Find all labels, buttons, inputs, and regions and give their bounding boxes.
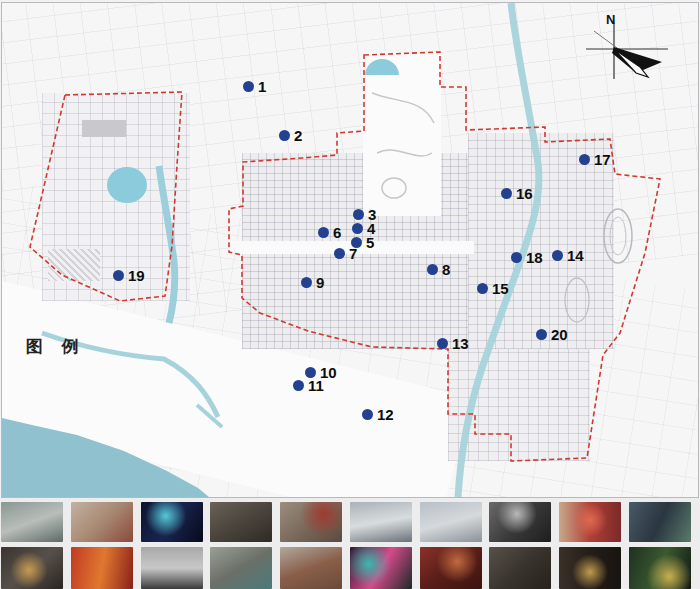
west-district-boundary — [30, 92, 182, 301]
temple-entrance-photo — [71, 502, 133, 542]
red-museum-hall-photo — [420, 547, 482, 589]
temple-roofs-photo — [280, 547, 342, 589]
stadium-infield — [610, 217, 626, 255]
west-canal — [159, 166, 175, 323]
red-shrine-lanterns-photo — [559, 502, 621, 542]
colonial-arcade-photo — [350, 502, 412, 542]
colorful-lantern-puppets-photo — [350, 547, 412, 589]
park-pond — [365, 59, 399, 75]
red-hanging-candles-photo — [71, 547, 133, 589]
glowing-puppet-stage-photo — [141, 502, 203, 542]
park-paths — [372, 93, 434, 198]
historic-facade-photo — [420, 502, 482, 542]
storefront-awning-photo — [1, 502, 63, 542]
golden-basket-artifact-photo — [1, 547, 63, 589]
museum-distribution-map-figure: 1234567891011121314151617181920 图 例 N — [0, 0, 700, 589]
legend-title: 图 例 — [26, 335, 86, 358]
arched-exhibit-glow-photo — [559, 547, 621, 589]
modern-walkway-photo — [629, 502, 691, 542]
meeting-room-photo — [280, 502, 342, 542]
dark-exhibit-machine-photo — [489, 547, 551, 589]
night-garden-lanterns-photo — [629, 547, 691, 589]
map-overlay — [2, 3, 698, 497]
bw-figure-portrait-photo — [489, 502, 551, 542]
thumbnail-row-2 — [1, 547, 691, 589]
courtyard-pool-photo — [210, 547, 272, 589]
compass-n-label: N — [606, 12, 615, 27]
main-district-boundary — [229, 52, 660, 461]
exhibition-hall-photo — [210, 502, 272, 542]
compass-north-arrow — [586, 23, 668, 79]
photo-thumbnail-strip — [0, 498, 700, 589]
thumbnail-row-1 — [1, 502, 691, 542]
oval-plaza — [565, 278, 589, 322]
city-map: 1234567891011121314151617181920 图 例 N — [1, 2, 699, 498]
river-water — [458, 3, 539, 497]
bay-water — [2, 418, 209, 497]
bw-historic-hall-photo — [141, 547, 203, 589]
lake — [107, 167, 147, 203]
